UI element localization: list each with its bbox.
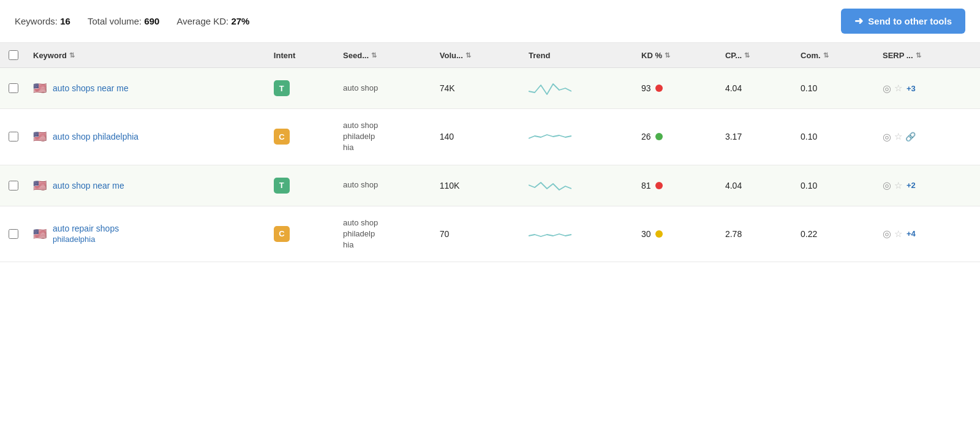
volume-cell: 70 [434,206,522,262]
volume-cell: 74K [434,68,522,109]
flag-icon: 🇺🇸 [33,130,47,143]
send-to-tools-button[interactable]: ➜ Send to other tools [841,9,965,34]
serp-plus: +3 [907,84,916,93]
kd-dot [655,133,663,140]
cp-value: 3.17 [725,132,742,141]
row-checkbox-cell [0,206,27,262]
trend-cell [522,165,635,206]
filter-icon-seed[interactable]: ⇅ [371,51,377,59]
col-header-volume: Volu... ⇅ [434,43,522,68]
kd-cell: 26 [635,109,719,165]
keyword-link[interactable]: auto shops near me [53,83,129,93]
volume-value: 74K [440,83,455,93]
row-checkbox[interactable] [9,181,18,190]
trend-cell [522,109,635,165]
seed-cell: auto shop [337,68,434,109]
intent-cell: C [268,109,337,165]
keywords-count: 16 [60,16,70,26]
intent-cell: C [268,206,337,262]
intent-badge: C [274,226,290,242]
select-all-checkbox[interactable] [9,50,18,60]
filter-icon-serp[interactable]: ⇅ [916,51,921,59]
location-icon: ◎ [883,131,891,143]
kd-cell: 30 [635,206,719,262]
stats-bar: Keywords: 16 Total volume: 690 Average K… [15,16,249,26]
row-checkbox[interactable] [9,83,18,93]
flag-icon: 🇺🇸 [33,81,47,95]
star-icon: ☆ [894,83,902,94]
row-checkbox-cell [0,109,27,165]
top-bar: Keywords: 16 Total volume: 690 Average K… [0,0,980,43]
keyword-cell: 🇺🇸 auto shop near me [27,165,268,206]
serp-plus: +2 [907,181,916,190]
kd-value: 93 [641,83,651,93]
checkbox-header [0,43,27,68]
star-icon: ☆ [894,228,902,239]
keyword-link[interactable]: auto shop philadelphia [53,132,138,141]
volume-value: 140 [440,132,454,141]
table-row: 🇺🇸 auto repair shopsphiladelphia C auto … [0,206,980,262]
serp-cell: ◎ ☆ +2 [876,165,980,206]
com-cell: 0.22 [794,206,876,262]
table-row: 🇺🇸 auto shop near me T auto shop 110K 81… [0,165,980,206]
location-icon: ◎ [883,83,891,94]
star-icon: ☆ [894,180,902,191]
row-checkbox[interactable] [9,132,18,141]
serp-cell: ◎ ☆ +4 [876,206,980,262]
serp-plus: +4 [907,229,916,238]
col-header-seed: Seed... ⇅ [337,43,434,68]
kd-cell: 93 [635,68,719,109]
intent-badge: T [274,80,290,96]
filter-icon-volume[interactable]: ⇅ [466,51,471,59]
kd-cell: 81 [635,165,719,206]
table-row: 🇺🇸 auto shop philadelphia C auto shopphi… [0,109,980,165]
col-header-com: Com. ⇅ [794,43,876,68]
com-value: 0.10 [801,181,817,190]
keyword-link[interactable]: auto repair shopsphiladelphia [53,224,119,244]
filter-icon-keyword[interactable]: ⇅ [69,51,75,59]
location-icon: ◎ [883,179,891,191]
intent-cell: T [268,165,337,206]
keyword-cell: 🇺🇸 auto shop philadelphia [27,109,268,165]
intent-cell: T [268,68,337,109]
filter-icon-kd[interactable]: ⇅ [665,51,670,59]
flag-icon: 🇺🇸 [33,179,47,192]
row-checkbox[interactable] [9,229,18,239]
kd-dot [655,85,663,92]
keyword-cell: 🇺🇸 auto repair shopsphiladelphia [27,206,268,262]
cp-cell: 4.04 [719,165,794,206]
cp-cell: 3.17 [719,109,794,165]
filter-icon-cp[interactable]: ⇅ [744,51,750,59]
col-header-intent: Intent [268,43,337,68]
seed-cell: auto shopphiladelphia [337,206,434,262]
volume-value: 70 [440,229,450,239]
trend-cell [522,68,635,109]
kd-value: 27% [231,16,249,26]
arrow-right-icon: ➜ [854,15,863,28]
seed-cell: auto shopphiladelphia [337,109,434,165]
intent-badge: C [274,129,290,145]
intent-badge: T [274,178,290,194]
kd-stat: Average KD: 27% [176,16,249,26]
keywords-stat: Keywords: 16 [15,16,70,26]
com-value: 0.10 [801,83,817,93]
cp-value: 4.04 [725,181,742,190]
com-value: 0.22 [801,229,817,239]
volume-value: 110K [440,181,460,190]
volume-cell: 110K [434,165,522,206]
kd-value: 81 [641,181,651,190]
serp-cell: ◎ ☆ +3 [876,68,980,109]
cp-cell: 4.04 [719,68,794,109]
com-value: 0.10 [801,132,817,141]
location-icon: ◎ [883,228,891,239]
filter-icon-com[interactable]: ⇅ [823,51,829,59]
volume-value: 690 [144,16,159,26]
keyword-link[interactable]: auto shop near me [53,181,124,190]
col-header-serp: SERP ... ⇅ [876,43,980,68]
table-header-row: Keyword ⇅ Intent Seed... ⇅ Volu... ⇅ [0,43,980,68]
trend-cell [522,206,635,262]
com-cell: 0.10 [794,68,876,109]
cp-cell: 2.78 [719,206,794,262]
row-checkbox-cell [0,165,27,206]
kd-dot [655,230,663,238]
